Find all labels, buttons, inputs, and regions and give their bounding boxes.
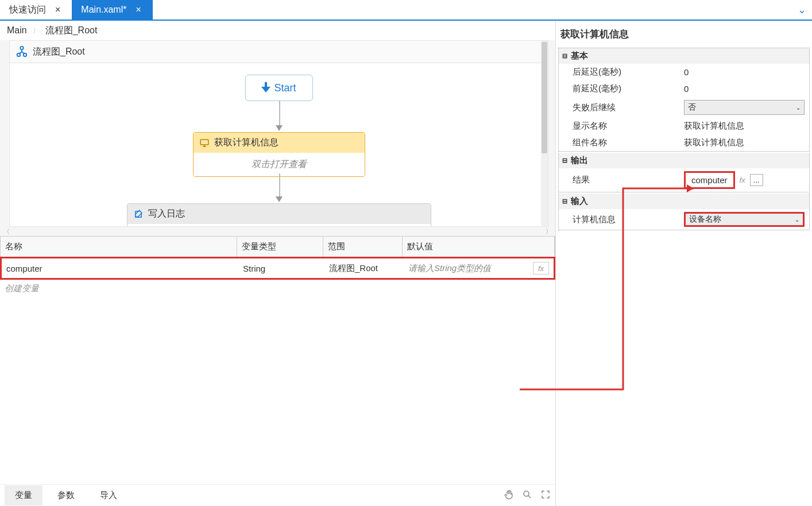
col-type[interactable]: 变量类型 (237, 237, 323, 257)
start-label: Start (274, 82, 296, 94)
prop-component-name-value[interactable]: 获取计算机信息 (684, 137, 805, 148)
prop-component-name-label: 组件名称 (573, 137, 684, 148)
properties-panel: 获取计算机信息 ⊟ 基本 后延迟(毫秒) 0 前延迟(毫秒) 0 失败后继续 (556, 21, 812, 506)
svg-rect-3 (265, 82, 267, 87)
prop-computer-info-select[interactable]: 设备名称 ⌄ (684, 212, 805, 227)
flowchart-title-bar: 流程图_Root (10, 41, 548, 63)
fx-icon[interactable]: fx (737, 176, 748, 184)
collapse-icon: ⊟ (562, 52, 567, 60)
section-input-header[interactable]: ⊟ 输入 (559, 194, 809, 209)
breadcrumb-item[interactable]: 流程图_Root (45, 25, 98, 37)
connector-line (279, 101, 280, 126)
prop-continue-select[interactable]: 否 ⌄ (684, 100, 805, 115)
hand-pan-icon[interactable] (504, 489, 514, 501)
flowchart-canvas[interactable]: 流程图_Root Start 获取计算机信息 (0, 40, 555, 227)
svg-point-0 (20, 47, 24, 50)
flowchart-icon (16, 45, 28, 58)
var-name-cell[interactable]: computer (2, 260, 238, 277)
col-default[interactable]: 默认值 (403, 237, 555, 257)
variables-header-row: 名称 变量类型 范围 默认值 (0, 236, 555, 257)
flowchart-title: 流程图_Root (33, 46, 85, 58)
prop-post-delay-label: 后延迟(毫秒) (573, 67, 684, 78)
col-name[interactable]: 名称 (1, 237, 237, 257)
arrow-down-icon (276, 196, 283, 202)
activity-title-text: 获取计算机信息 (214, 137, 279, 149)
collapse-icon: ⊟ (562, 198, 567, 205)
chevron-down-icon[interactable]: ⌄ (798, 3, 806, 16)
create-variable-hint[interactable]: 创建变量 (0, 280, 555, 298)
activity-write-log[interactable]: 写入日志 Info ▼ fx (127, 203, 431, 227)
close-icon[interactable]: × (53, 3, 63, 16)
ellipsis-button[interactable]: ... (750, 174, 763, 186)
breadcrumb: Main 〉 流程图_Root (0, 21, 555, 40)
fit-screen-icon[interactable] (540, 489, 551, 501)
section-basic: ⊟ 基本 后延迟(毫秒) 0 前延迟(毫秒) 0 失败后继续 否 (558, 48, 810, 152)
connector-line (279, 173, 280, 198)
chevron-right-icon: 〉 (33, 26, 40, 36)
tab-main-xaml[interactable]: Main.xaml* × (72, 0, 152, 20)
tab-params[interactable]: 参数 (47, 485, 85, 505)
svg-point-5 (524, 491, 529, 496)
edit-icon (133, 209, 144, 219)
prop-display-name-value[interactable]: 获取计算机信息 (684, 121, 805, 132)
start-node[interactable]: Start (245, 75, 313, 101)
tab-label: 快速访问 (9, 4, 46, 16)
prop-display-name-label: 显示名称 (573, 121, 684, 132)
scroll-right-icon[interactable]: 〉 (546, 227, 552, 236)
bottom-tabs: 变量 参数 导入 (0, 484, 555, 506)
horizontal-scrollbar[interactable]: 〈 〉 (0, 227, 555, 236)
section-output-header[interactable]: ⊟ 输出 (559, 153, 809, 168)
var-type-cell[interactable]: String (238, 260, 324, 277)
tab-imports[interactable]: 导入 (90, 485, 127, 505)
collapse-icon: ⊟ (562, 157, 567, 164)
prop-pre-delay-value[interactable]: 0 (684, 84, 805, 94)
log-title-text: 写入日志 (148, 208, 185, 220)
col-scope[interactable]: 范围 (323, 237, 403, 257)
prop-result-label: 结果 (573, 175, 684, 186)
tabs-bar: 快速访问 × Main.xaml* × ⌄ (0, 0, 812, 21)
scroll-left-icon[interactable]: 〈 (3, 227, 10, 236)
vertical-scrollbar[interactable] (541, 41, 548, 226)
tab-label: Main.xaml* (81, 5, 126, 15)
section-basic-header[interactable]: ⊟ 基本 (559, 48, 809, 64)
tab-quick-access[interactable]: 快速访问 × (0, 0, 72, 20)
var-default-placeholder[interactable]: 请输入String类型的值 (408, 263, 491, 274)
start-arrow-icon (261, 82, 270, 94)
section-output: ⊟ 输出 结果 computer fx ... (558, 153, 810, 192)
var-scope-cell[interactable]: 流程图_Root (324, 260, 404, 277)
monitor-icon (199, 138, 210, 148)
activity-hint: 双击打开查看 (194, 153, 365, 176)
prop-continue-label: 失败后继续 (573, 102, 684, 113)
prop-pre-delay-label: 前延迟(毫秒) (573, 83, 684, 94)
prop-computer-info-label: 计算机信息 (573, 214, 684, 225)
tab-variables[interactable]: 变量 (5, 485, 42, 505)
prop-result-value[interactable]: computer (684, 171, 735, 189)
activity-get-computer-info[interactable]: 获取计算机信息 双击打开查看 (193, 132, 365, 177)
zoom-icon[interactable] (522, 489, 532, 501)
chevron-down-icon: ⌄ (795, 217, 799, 223)
breadcrumb-item[interactable]: Main (7, 25, 27, 36)
fx-icon[interactable]: fx (533, 262, 549, 275)
section-input: ⊟ 输入 计算机信息 设备名称 ⌄ (558, 194, 810, 230)
prop-post-delay-value[interactable]: 0 (684, 67, 805, 77)
chevron-down-icon: ⌄ (796, 105, 801, 111)
close-icon[interactable]: × (133, 3, 143, 16)
variable-row[interactable]: computer String 流程图_Root 请输入String类型的值 f… (0, 257, 555, 280)
svg-rect-4 (200, 140, 208, 145)
panel-title: 获取计算机信息 (558, 23, 810, 48)
arrow-down-icon (276, 125, 283, 131)
